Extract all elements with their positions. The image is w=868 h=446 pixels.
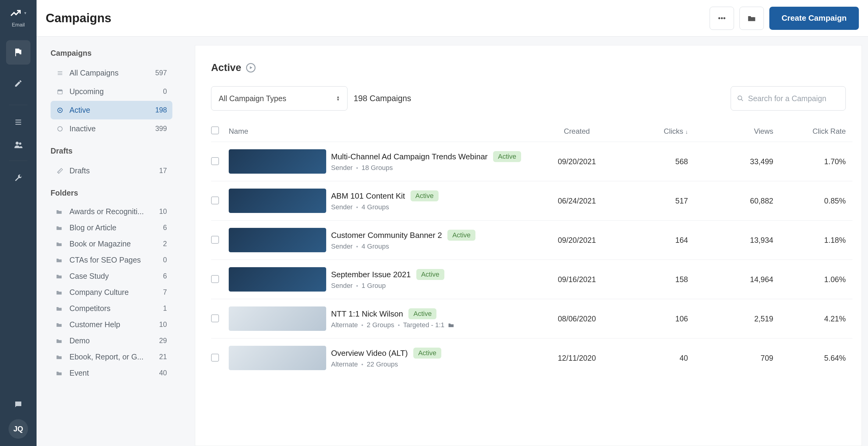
sidebar-section-campaigns: Campaigns	[51, 49, 187, 58]
row-title: ABM 101 Content Kit	[331, 191, 405, 201]
status-badge: Active	[416, 269, 444, 280]
create-campaign-button[interactable]: Create Campaign	[769, 7, 859, 30]
user-avatar[interactable]: JQ	[8, 419, 28, 439]
sidebar-item-inactive[interactable]: Inactive399	[51, 119, 173, 138]
select-all-checkbox[interactable]	[211, 126, 219, 135]
row-subtitle: Sender18 Groups	[331, 164, 521, 172]
list-icon	[56, 70, 64, 76]
folder-icon	[56, 290, 64, 295]
folder-label: CTAs for SEO Pages	[69, 256, 141, 264]
search-icon	[737, 95, 744, 102]
row-checkbox[interactable]	[211, 354, 219, 362]
sidebar-item-count: 597	[155, 69, 167, 77]
nav-settings[interactable]	[6, 169, 30, 187]
sidebar-item-all-campaigns[interactable]: All Campaigns597	[51, 64, 173, 82]
sort-desc-icon: ↓	[685, 129, 688, 135]
col-created[interactable]: Created	[536, 127, 618, 136]
topbar-tools: ••• + Create Campaign	[710, 7, 859, 30]
folder-item[interactable]: Book or Magazine2	[51, 236, 173, 252]
row-click-rate: 5.64%	[773, 354, 852, 362]
row-checkbox[interactable]	[211, 157, 219, 165]
brand-switcher[interactable]: ▼	[8, 5, 28, 21]
sidebar-item-drafts[interactable]: Drafts17	[51, 161, 173, 180]
svg-point-3	[16, 142, 19, 145]
table-row[interactable]: Multi-Channel Ad Campaign Trends Webinar…	[211, 142, 852, 181]
row-checkbox[interactable]	[211, 275, 219, 283]
nav-list[interactable]	[6, 113, 30, 131]
row-sub-b: 22 Groups	[367, 360, 398, 368]
folder-item[interactable]: Case Study6	[51, 268, 173, 284]
row-checkbox[interactable]	[211, 197, 219, 204]
nav-edit[interactable]	[6, 71, 30, 96]
play-icon	[56, 107, 64, 113]
table-row[interactable]: ABM 101 Content KitActiveSender4 Groups0…	[211, 181, 852, 220]
col-click-rate[interactable]: Click Rate	[773, 127, 852, 136]
svg-rect-11	[59, 89, 59, 90]
row-clicks: 40	[618, 354, 691, 362]
status-badge: Active	[447, 230, 475, 241]
svg-marker-14	[59, 109, 61, 111]
row-sub-a: Sender	[331, 242, 353, 250]
row-clicks: 164	[618, 236, 691, 245]
row-checkbox[interactable]	[211, 236, 219, 244]
folder-item[interactable]: Company Culture7	[51, 284, 173, 300]
table-row[interactable]: Customer Community Banner 2ActiveSender4…	[211, 220, 852, 260]
folder-count: 7	[163, 288, 167, 296]
table-row[interactable]: NTT 1:1 Nick WilsonActiveAlternate2 Grou…	[211, 299, 852, 338]
col-views[interactable]: Views	[691, 127, 773, 136]
folder-label: Competitors	[69, 304, 111, 313]
play-status-icon	[246, 63, 255, 72]
folder-item[interactable]: Blog or Article6	[51, 220, 173, 236]
folder-item[interactable]: Awards or Recogniti...10	[51, 204, 173, 220]
search-input[interactable]	[748, 94, 844, 103]
svg-point-17	[738, 96, 742, 100]
row-clicks: 568	[618, 157, 691, 166]
folder-count: 1	[163, 304, 167, 313]
table-row[interactable]: Overview Video (ALT)ActiveAlternate22 Gr…	[211, 338, 852, 378]
campaign-table: Name Created Clicks ↓ Views Click Rate M…	[195, 121, 862, 446]
svg-marker-16	[250, 66, 252, 69]
folder-item[interactable]: Event40	[51, 365, 173, 381]
folder-label: Blog or Article	[69, 223, 116, 232]
table-header: Name Created Clicks ↓ Views Click Rate	[211, 121, 852, 142]
new-folder-button[interactable]: +	[740, 7, 764, 30]
select-value: All Campaign Types	[219, 94, 286, 103]
table-row[interactable]: September Issue 2021ActiveSender1 Group0…	[211, 260, 852, 299]
chat-button[interactable]	[11, 397, 26, 412]
col-name[interactable]: Name	[229, 127, 536, 136]
folder-label: Awards or Recogniti...	[69, 207, 144, 216]
folder-item[interactable]: Competitors1	[51, 300, 173, 317]
row-created: 12/11/2020	[536, 354, 618, 362]
folder-label: Event	[69, 368, 89, 378]
row-sub-b: 4 Groups	[362, 242, 389, 250]
left-sidebar: Campaigns All Campaigns597Upcoming0Activ…	[36, 36, 195, 446]
folder-item[interactable]: Demo29	[51, 333, 173, 349]
sidebar-section-drafts: Drafts	[51, 147, 187, 155]
row-views: 33,499	[691, 157, 773, 166]
folder-label: Company Culture	[69, 288, 129, 297]
more-actions-button[interactable]: •••	[710, 7, 734, 30]
sidebar-item-upcoming[interactable]: Upcoming0	[51, 82, 173, 101]
status-badge: Active	[493, 151, 521, 162]
nav-campaigns[interactable]	[6, 40, 30, 65]
col-clicks[interactable]: Clicks ↓	[618, 127, 691, 136]
search-box[interactable]	[731, 86, 846, 111]
sidebar-item-count: 0	[163, 87, 167, 96]
folder-label: Demo	[69, 336, 90, 345]
folder-icon	[56, 338, 64, 344]
sidebar-item-active[interactable]: Active198	[51, 101, 173, 119]
row-sub-b: 2 Groups	[367, 321, 394, 329]
content-wrap: Active All Campaign Types ▲▼ 198 Campaig…	[195, 36, 868, 446]
row-subtitle: Sender4 Groups	[331, 203, 439, 211]
campaign-type-select[interactable]: All Campaign Types ▲▼	[211, 86, 347, 111]
folder-item[interactable]: Customer Help10	[51, 317, 173, 333]
folder-item[interactable]: CTAs for SEO Pages0	[51, 252, 173, 268]
row-sub-a: Sender	[331, 203, 353, 211]
row-thumbnail	[229, 149, 326, 174]
row-thumbnail	[229, 306, 326, 331]
status-badge: Active	[413, 348, 441, 359]
folder-item[interactable]: Ebook, Report, or G...21	[51, 349, 173, 365]
nav-people[interactable]	[6, 136, 30, 154]
row-click-rate: 1.06%	[773, 275, 852, 284]
row-checkbox[interactable]	[211, 315, 219, 322]
